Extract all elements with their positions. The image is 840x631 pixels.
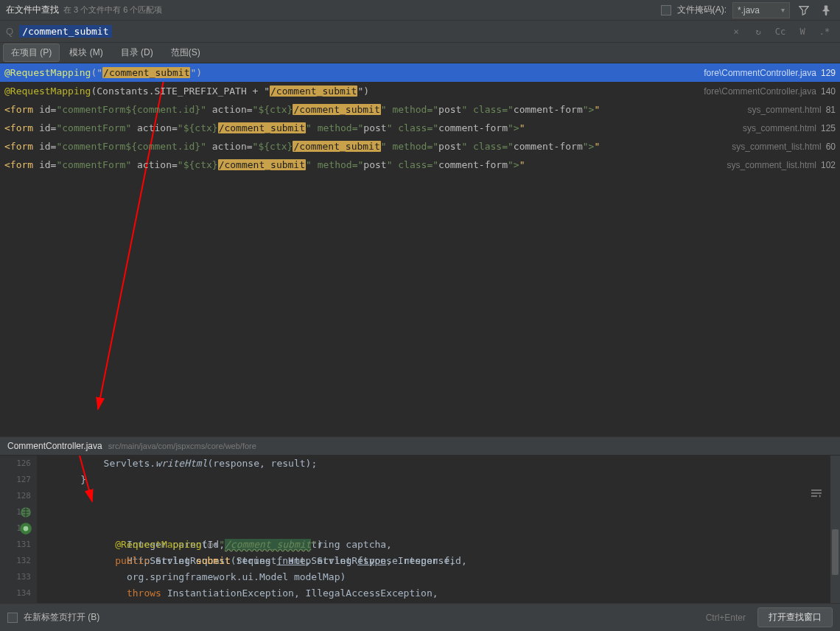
- result-row[interactable]: @RequestMapping(Constants.SITE_PREFIX_PA…: [0, 82, 840, 100]
- result-row[interactable]: <form id="commentForm${comment.id}" acti…: [0, 137, 840, 156]
- tab-in-project[interactable]: 在项目 (P): [3, 43, 60, 62]
- result-row[interactable]: <form id="commentForm" action="${ctx}/co…: [0, 119, 840, 137]
- tab-module[interactable]: 模块 (M): [61, 43, 111, 62]
- history-icon[interactable]: ↻: [749, 24, 768, 40]
- preview-path: src/main/java/com/jspxcms/core/web/fore: [108, 442, 256, 450]
- search-input[interactable]: /comment_submit: [19, 25, 111, 38]
- result-file: sys_comment.html: [748, 105, 822, 115]
- filter-icon[interactable]: [796, 2, 812, 18]
- footer: 在新标签页打开 (B) Ctrl+Enter 打开查找窗口: [0, 603, 840, 631]
- gutter-line: 126: [0, 456, 31, 472]
- result-file: sys_comment_list.html: [727, 160, 816, 170]
- open-find-window-button[interactable]: 打开查找窗口: [757, 607, 833, 627]
- svg-point-3: [24, 526, 29, 531]
- result-line-number: 102: [821, 160, 836, 170]
- match-case-toggle[interactable]: Cc: [771, 24, 790, 40]
- search-row: Q /comment_submit × ↻ Cc W .*: [0, 21, 840, 43]
- result-line-number: 60: [826, 142, 836, 152]
- gutter-line: 128: [0, 488, 31, 504]
- run-gutter-icon[interactable]: [19, 522, 32, 535]
- result-line-number: 81: [826, 105, 836, 115]
- code-preview: 126 127 128 129 130 131 132 133 134 Serv…: [0, 456, 840, 603]
- earth-icon: [19, 506, 32, 519]
- editor-scrollbar[interactable]: [830, 456, 840, 603]
- tab-directory[interactable]: 目录 (D): [113, 43, 161, 62]
- result-row[interactable]: <form id="commentForm${comment.id}" acti…: [0, 100, 840, 119]
- result-file: fore\CommentController.java: [704, 68, 816, 78]
- result-line-number: 125: [821, 123, 836, 133]
- file-mask-value: *.java: [738, 5, 760, 15]
- file-mask-input[interactable]: *.java ▾: [732, 2, 790, 18]
- whole-word-toggle[interactable]: W: [793, 24, 812, 40]
- header-title: 在文件中查找: [6, 4, 59, 16]
- gutter-line: 133: [0, 569, 31, 585]
- svg-line-4: [80, 456, 92, 501]
- tab-scope[interactable]: 范围(S): [163, 43, 209, 62]
- find-in-files-header: 在文件中查找 在 3 个文件中有 6 个匹配项 文件掩码(A): *.java …: [0, 0, 840, 21]
- gutter-line: 131: [0, 537, 31, 553]
- open-new-tab-label: 在新标签页打开 (B): [24, 611, 99, 624]
- shortcut-hint: Ctrl+Enter: [706, 613, 746, 623]
- close-search-icon[interactable]: ×: [727, 24, 746, 40]
- chevron-down-icon: ▾: [781, 6, 785, 14]
- search-icon: Q: [6, 26, 13, 37]
- gutter-line: 127: [0, 472, 31, 488]
- result-file: sys_comment.html: [743, 123, 816, 133]
- file-mask-label: 文件掩码(A):: [677, 4, 727, 16]
- result-row[interactable]: <form id="commentForm" action="${ctx}/co…: [0, 156, 840, 174]
- annotation-arrow-2: [37, 456, 184, 522]
- open-new-tab-checkbox[interactable]: [7, 613, 18, 623]
- result-file: sys_comment_list.html: [732, 142, 821, 152]
- result-line-number: 140: [821, 86, 836, 97]
- pin-icon[interactable]: [818, 2, 834, 18]
- preview-filename: CommentController.java: [7, 441, 102, 451]
- soft-wrap-icon[interactable]: [809, 487, 825, 500]
- scope-tabs: 在项目 (P) 模块 (M) 目录 (D) 范围(S): [0, 43, 840, 63]
- result-file: fore\CommentController.java: [704, 86, 816, 97]
- result-line-number: 129: [821, 68, 836, 78]
- header-subtitle: 在 3 个文件中有 6 个匹配项: [63, 4, 162, 15]
- result-row[interactable]: @RequestMapping("/comment_submit")fore\C…: [0, 63, 840, 82]
- preview-header: CommentController.java src/main/java/com…: [0, 436, 840, 456]
- gutter-line: 134: [0, 585, 31, 602]
- file-mask-checkbox[interactable]: [661, 5, 671, 15]
- regex-toggle[interactable]: .*: [815, 24, 834, 40]
- results-list: @RequestMapping("/comment_submit")fore\C…: [0, 63, 840, 436]
- gutter-line: 132: [0, 553, 31, 569]
